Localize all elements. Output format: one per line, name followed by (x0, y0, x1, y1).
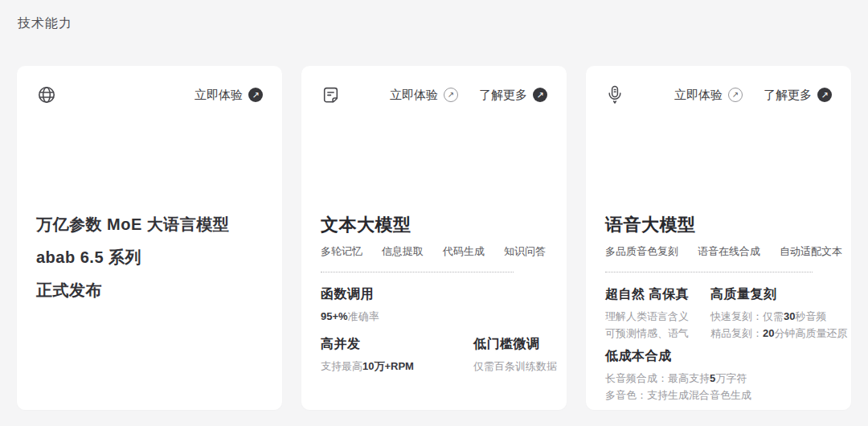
try-now-link[interactable]: 立即体验 ↗ (390, 88, 458, 103)
arrow-glyph: ↗ (821, 91, 828, 100)
card-links: 立即体验 ↗ 了解更多 ↗ (390, 88, 547, 103)
feature-title: 高质量复刻 (710, 286, 832, 303)
feature-desc: 快速复刻：仅需30秒音频 (710, 308, 832, 325)
card-header: 立即体验 ↗ 了解更多 ↗ (605, 84, 832, 106)
feature-title: 函数调用 (321, 286, 473, 303)
feature-function-call: 函数调用 95+%准确率 (321, 286, 473, 325)
learn-more-label: 了解更多 (764, 88, 812, 103)
globe-icon (36, 84, 57, 105)
tag: 信息提取 (382, 244, 424, 259)
try-now-label: 立即体验 (194, 88, 243, 103)
card-header: 立即体验 ↗ (36, 84, 263, 106)
try-now-label: 立即体验 (390, 88, 438, 103)
arrow-circle-icon[interactable]: ↗ (817, 88, 832, 102)
headline-line: 万亿参数 MoE 大语言模型 (36, 208, 229, 241)
feature-high-concurrency: 高并发 支持最高10万+RPM (321, 336, 473, 375)
feature-grid: 超自然 高保真 理解人类语言含义 可预测情感、语气 高质量复刻 快速复刻：仅需3… (605, 286, 832, 403)
card-text-model: 立即体验 ↗ 了解更多 ↗ 文本大模型 多轮记忆 信息提取 代码生成 知识问答 … (301, 66, 567, 410)
card-header: 立即体验 ↗ 了解更多 ↗ (321, 84, 547, 106)
tag: 知识问答 (504, 244, 546, 259)
arrow-circle-icon[interactable]: ↗ (444, 88, 458, 102)
feature-desc: 精品复刻：20分钟高质量还原 (710, 325, 832, 342)
feature-low-barrier-finetune: 低门槛微调 仅需百条训练数据 (473, 336, 547, 375)
arrow-glyph: ↗ (732, 91, 739, 99)
tag: 代码生成 (443, 244, 485, 259)
dotted-divider (321, 272, 514, 272)
arrow-circle-icon[interactable]: ↗ (728, 88, 743, 102)
feature-title: 低门槛微调 (473, 336, 547, 353)
tag: 自动适配文本 (780, 244, 842, 259)
feature-low-cost-synthesis: 低成本合成 长音频合成：最高支持5万字符 多音色：支持生成混合音色生成 (605, 348, 710, 403)
headline-line: abab 6.5 系列 (36, 241, 229, 274)
feature-desc: 多音色：支持生成混合音色生成 (605, 387, 710, 403)
learn-more-link[interactable]: 了解更多 ↗ (479, 88, 547, 103)
arrow-glyph: ↗ (448, 91, 454, 99)
feature-desc: 长音频合成：最高支持5万字符 (605, 370, 710, 387)
card-speech-model: 立即体验 ↗ 了解更多 ↗ 语音大模型 多品质音色复刻 语音在线合成 自动适配文… (586, 66, 851, 410)
try-now-link[interactable]: 立即体验 ↗ (674, 88, 743, 103)
tag: 多轮记忆 (321, 244, 362, 259)
card-links: 立即体验 ↗ (194, 88, 263, 103)
arrow-glyph: ↗ (536, 91, 543, 100)
feature-high-quality-clone: 高质量复刻 快速复刻：仅需30秒音频 精品复刻：20分钟高质量还原 (710, 286, 832, 342)
arrow-circle-icon[interactable]: ↗ (248, 88, 263, 102)
learn-more-link[interactable]: 了解更多 ↗ (764, 88, 832, 103)
feature-natural-hifi: 超自然 高保真 理解人类语言含义 可预测情感、语气 (605, 286, 710, 342)
arrow-circle-icon[interactable]: ↗ (533, 88, 547, 102)
tag: 语音在线合成 (698, 244, 760, 259)
try-now-label: 立即体验 (674, 88, 723, 103)
feature-desc: 理解人类语言含义 (605, 308, 710, 325)
section-heading: 技术能力 (18, 15, 72, 32)
feature-title: 高并发 (321, 336, 473, 353)
feature-desc: 可预测情感、语气 (605, 325, 710, 342)
feature-desc: 仅需百条训练数据 (473, 358, 547, 375)
tag: 多品质音色复刻 (605, 244, 678, 259)
card-title: 语音大模型 (605, 214, 832, 236)
card-llm-release: 立即体验 ↗ 万亿参数 MoE 大语言模型 abab 6.5 系列 正式发布 (17, 66, 282, 410)
feature-desc: 支持最高10万+RPM (321, 358, 473, 375)
feature-desc: 95+%准确率 (321, 308, 473, 325)
microphone-icon (605, 84, 624, 106)
card-headline: 万亿参数 MoE 大语言模型 abab 6.5 系列 正式发布 (36, 208, 229, 307)
tag-list: 多轮记忆 信息提取 代码生成 知识问答 (321, 244, 547, 259)
headline-line: 正式发布 (36, 274, 229, 307)
dotted-divider (605, 272, 813, 272)
card-body: 文本大模型 多轮记忆 信息提取 代码生成 知识问答 函数调用 95+%准确率 高… (321, 214, 547, 375)
feature-title: 超自然 高保真 (605, 286, 710, 303)
feature-grid: 函数调用 95+%准确率 高并发 支持最高10万+RPM 低门槛微调 仅需百条训… (321, 286, 547, 375)
card-links: 立即体验 ↗ 了解更多 ↗ (674, 88, 832, 103)
card-body: 语音大模型 多品质音色复刻 语音在线合成 自动适配文本 超自然 高保真 理解人类… (605, 214, 832, 403)
feature-title: 低成本合成 (605, 348, 710, 365)
tag-list: 多品质音色复刻 语音在线合成 自动适配文本 (605, 244, 832, 259)
arrow-glyph: ↗ (252, 91, 259, 100)
document-icon (321, 85, 341, 105)
learn-more-label: 了解更多 (479, 88, 527, 103)
try-now-link[interactable]: 立即体验 ↗ (194, 88, 263, 103)
card-title: 文本大模型 (321, 214, 547, 236)
